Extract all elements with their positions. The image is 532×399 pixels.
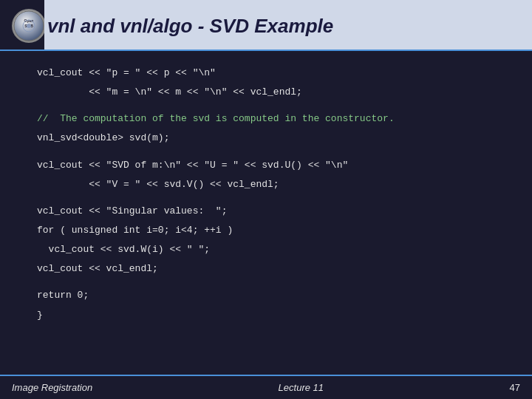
logo-circle: Open SISB — [12, 9, 46, 43]
code-line-8: << "V = " << svd.V() << vcl_endl; — [37, 177, 495, 192]
header: Open SISB vnl and vnl/algo - SVD Example — [0, 0, 532, 51]
logo: Open SISB — [12, 9, 47, 44]
code-line-2: << "m = \n" << m << "\n" << vcl_endl; — [37, 85, 495, 100]
content-area: vcl_cout << "p = " << p << "\n" << "m = … — [0, 51, 532, 375]
slide: Open SISB vnl and vnl/algo - SVD Example… — [0, 0, 532, 399]
footer-left: Image Registration — [12, 382, 92, 393]
code-line-5: vnl_svd<double> svd(m); — [37, 131, 495, 146]
svg-point-4 — [27, 24, 31, 28]
footer-page-number: 47 — [510, 382, 520, 393]
footer: Image Registration Lecture 11 47 — [0, 375, 532, 399]
code-line-1: vcl_cout << "p = " << p << "\n" — [37, 66, 495, 81]
code-comment: // The computation of the svd is compute… — [37, 112, 495, 126]
code-line-11: for ( unsigned int i=0; i<4; ++i ) — [37, 223, 495, 238]
slide-title: vnl and vnl/algo - SVD Example — [47, 6, 333, 47]
code-line-10: vcl_cout << "Singular values: "; — [37, 204, 495, 219]
code-line-12: vcl_cout << svd.W(i) << " "; — [37, 242, 495, 257]
code-line-15: return 0; — [37, 288, 495, 303]
code-line-7: vcl_cout << "SVD of m:\n" << "U = " << s… — [37, 158, 495, 173]
code-line-16: } — [37, 308, 495, 323]
code-line-13: vcl_cout << vcl_endl; — [37, 262, 495, 276]
footer-center: Lecture 11 — [279, 382, 324, 393]
